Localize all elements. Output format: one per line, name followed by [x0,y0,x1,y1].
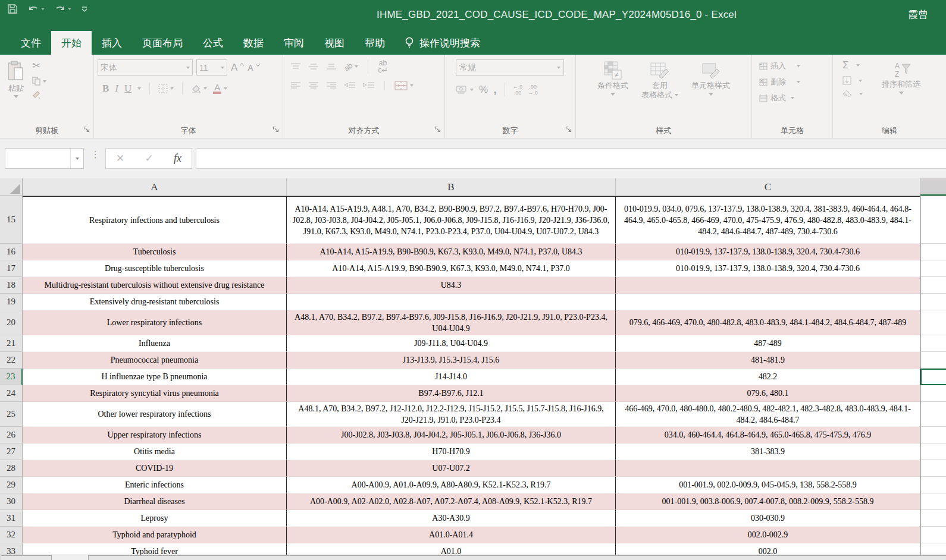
cell-D33[interactable] [920,543,946,555]
paste-dropdown-icon[interactable] [14,95,18,98]
cell-D15[interactable] [920,196,946,244]
paste-button[interactable]: 粘贴 [4,59,29,102]
increase-indent-icon[interactable] [363,82,375,89]
cell-C20[interactable]: 079.6, 466-469, 470.0, 480-482.8, 483.0-… [616,310,920,335]
cell-C32[interactable]: 002.0-002.9 [616,527,920,543]
cell-B19[interactable] [287,294,616,310]
underline-button[interactable]: U [124,83,131,95]
cell-C33[interactable]: 002.0 [616,543,920,555]
font-name-dropdown-icon[interactable] [186,67,190,69]
row-header-29[interactable]: 29 [0,477,23,493]
save-icon[interactable] [7,4,18,14]
row-header-16[interactable]: 16 [0,244,23,260]
tab-review[interactable]: 审阅 [274,31,314,55]
align-left-icon[interactable] [290,82,301,89]
tab-file[interactable]: 文件 [11,31,51,55]
tab-data[interactable]: 数据 [233,31,274,55]
cell-D25[interactable] [920,402,946,427]
cell-C24[interactable]: 079.6, 480.1 [616,385,920,402]
cell-D28[interactable] [920,460,946,477]
tab-insert[interactable]: 插入 [92,31,132,55]
cell-B15[interactable]: A10-A14, A15-A19.9, A48.1, A70, B34.2, B… [287,196,616,244]
fill-button[interactable] [842,76,863,85]
grow-font-button[interactable]: A [231,62,244,74]
cell-B30[interactable]: A00-A00.9, A02-A02.0, A02.8-A07, A07.2-A… [287,493,616,510]
font-color-dropdown-icon[interactable] [224,87,227,90]
cell-D32[interactable] [920,527,946,543]
format-painter-button[interactable] [32,90,46,102]
row-header-15[interactable]: 15 [0,196,23,244]
cell-C28[interactable] [616,460,920,477]
undo-button[interactable] [27,4,45,14]
row-header-27[interactable]: 27 [0,443,23,460]
cell-A22[interactable]: Pneumococcal pneumonia [23,352,287,369]
redo-button[interactable] [54,4,71,14]
accounting-dropdown-icon[interactable] [470,89,474,91]
row-header-24[interactable]: 24 [0,385,23,402]
sort-filter-dropdown-icon[interactable] [899,92,904,95]
row-header-26[interactable]: 26 [0,427,23,443]
cut-button[interactable]: ✂ [32,59,46,72]
cell-A24[interactable]: Respiratory syncytial virus pneumonia [23,385,287,402]
fill-dropdown-icon[interactable] [859,80,862,82]
align-middle-icon[interactable] [308,63,319,70]
cell-A25[interactable]: Other lower respiratory infections [23,402,287,427]
cell-C30[interactable]: 001-001.9, 003.8-006.9, 007.4-007.8, 008… [616,493,920,510]
cell-A31[interactable]: Leprosy [23,510,287,527]
column-header-A[interactable]: A [23,178,287,196]
number-dialog-launcher-icon[interactable] [565,124,572,135]
column-header-C[interactable]: C [616,178,920,196]
cell-A23[interactable]: H influenzae type B pneumonia [23,369,287,385]
cell-D24[interactable] [920,385,946,402]
cell-B29[interactable]: A00-A00.9, A01.0-A09.9, A80-A80.9, K52.1… [287,477,616,493]
horizontal-scrollbar-partial[interactable] [88,555,946,560]
cell-D19[interactable] [920,294,946,310]
copy-button[interactable] [32,77,46,86]
decrease-decimal-button[interactable]: .00→.0 [528,84,538,96]
cell-D27[interactable] [920,443,946,460]
cell-A17[interactable]: Drug-susceptible tuberculosis [23,260,287,277]
merge-center-button[interactable] [394,81,414,90]
cell-B23[interactable]: J14-J14.0 [287,369,616,385]
cell-C27[interactable]: 381-383.9 [616,443,920,460]
cell-D22[interactable] [920,352,946,369]
cell-A29[interactable]: Enteric infections [23,477,287,493]
cell-A15[interactable]: Respiratory infections and tuberculosis [23,196,287,244]
insert-function-button[interactable]: fx [174,152,181,165]
cell-B24[interactable]: B97.4-B97.6, J12.1 [287,385,616,402]
row-header-21[interactable]: 21 [0,335,23,352]
clipboard-dialog-launcher-icon[interactable] [83,124,90,135]
row-header-31[interactable]: 31 [0,510,23,527]
borders-dropdown-icon[interactable] [170,87,174,90]
alignment-dialog-launcher-icon[interactable] [434,124,441,135]
tab-home[interactable]: 开始 [51,31,92,55]
cell-C26[interactable]: 034.0, 460-464.4, 464.8-464.9, 465.0-465… [616,427,920,443]
cell-D26[interactable] [920,427,946,443]
cell-D18[interactable] [920,277,946,294]
formula-bar-resize-handle[interactable]: ⋮ [91,152,97,157]
cell-C21[interactable]: 487-489 [616,335,920,352]
name-box[interactable] [5,148,84,169]
cell-B27[interactable]: H70-H70.9 [287,443,616,460]
user-name[interactable]: 霞曾 [908,8,928,21]
number-format-dropdown-icon[interactable] [557,67,560,69]
merge-center-dropdown-icon[interactable] [410,84,414,87]
row-header-30[interactable]: 30 [0,493,23,510]
row-header-18[interactable]: 18 [0,277,23,294]
sort-filter-button[interactable]: AZ 排序和筛选 [878,59,924,97]
accounting-format-button[interactable] [456,85,474,94]
fill-color-dropdown-icon[interactable] [203,87,207,90]
cell-C17[interactable]: 010-019.9, 137-137.9, 138.0-138.9, 320.4… [616,260,920,277]
redo-dropdown-icon[interactable] [68,8,71,10]
cell-D16[interactable] [920,244,946,260]
align-bottom-icon[interactable] [326,63,337,70]
cell-D20[interactable] [920,310,946,335]
format-as-table-dropdown-icon[interactable] [675,94,678,96]
cell-B21[interactable]: J09-J11.8, U04-U04.9 [287,335,616,352]
row-header-32[interactable]: 32 [0,527,23,543]
clear-dropdown-icon[interactable] [859,93,863,95]
format-as-table-button[interactable]: 套用 表格格式 [638,59,682,125]
cell-D30[interactable] [920,493,946,510]
borders-button[interactable] [158,84,174,93]
cell-A26[interactable]: Upper respiratory infections [23,427,287,443]
